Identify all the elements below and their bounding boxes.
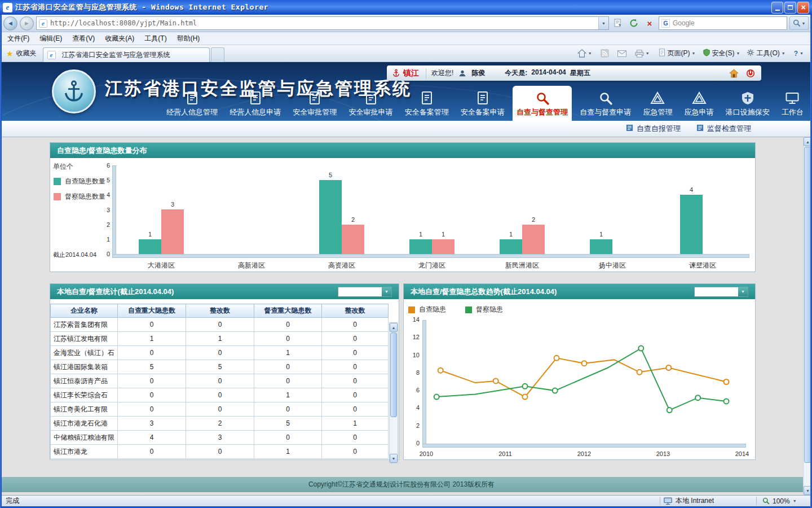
search-input[interactable]: Google [673, 19, 695, 27]
distribution-panel: 自查隐患/督查隐患数量分布 单位个 自查隐患数量督察隐患数量 截止2014.04… [50, 142, 756, 272]
nav-item-safety-approval-apply[interactable]: 安全审批申请 [345, 89, 397, 121]
stop-button[interactable]: × [643, 16, 656, 30]
enterprise-name-cell: 江苏索普集团有限 [51, 318, 118, 332]
back-button[interactable]: ◄ [3, 16, 17, 30]
table-scrollbar[interactable]: ▲ ▼ [389, 322, 398, 463]
bar-group-3: 52 [297, 180, 387, 254]
port-authority-logo-icon [52, 69, 96, 113]
chevron-down-icon: ▼ [802, 21, 806, 25]
stats-table-row[interactable]: 江苏镇江发电有限1100 [51, 332, 389, 346]
zoom-control[interactable]: 100% ▼ [760, 497, 812, 505]
trend-filter-dropdown[interactable]: ▼ [694, 287, 748, 297]
stats-table-row[interactable]: 镇江市港龙0010 [51, 445, 389, 459]
bar-ytick-label: 2 [107, 221, 110, 228]
stat-value-cell: 2 [186, 417, 254, 431]
logout-button[interactable] [745, 68, 756, 79]
maximize-button[interactable] [784, 2, 796, 14]
search-box[interactable]: G Google [659, 16, 787, 30]
menu-edit[interactable]: 编辑(E) [34, 32, 67, 45]
close-button[interactable]: × [797, 2, 809, 14]
table-scroll-thumb[interactable] [390, 332, 397, 417]
table-scroll-up-button[interactable]: ▲ [390, 323, 398, 332]
new-tab-button[interactable] [211, 47, 224, 62]
page-button[interactable]: 页面(P)▼ [655, 46, 699, 60]
city-selector[interactable]: 镇江 [392, 68, 426, 78]
help-button[interactable]: ? ▼ [791, 47, 807, 60]
bar-category-label: 龙门港区 [387, 261, 477, 270]
tab-title: 江苏省港口安全监管与应急管理系统 [62, 50, 170, 60]
nav-item-workbench[interactable]: 工作台 [778, 89, 807, 121]
toolbar-button-label: 安全(S) [712, 49, 735, 58]
trend-panel: 本地自查/督查隐患总数趋势(截止2014.04.04) ▼ 自查隐患督察隐患 0… [403, 283, 756, 460]
nav-item-label: 自查与督查管理 [517, 107, 568, 117]
operator-info-manage-icon [185, 91, 200, 106]
menu-view[interactable]: 查看(V) [67, 32, 100, 45]
nav-item-safety-filing-apply[interactable]: 安全备案申请 [457, 89, 509, 121]
compatibility-view-button[interactable] [611, 16, 625, 30]
stats-table-row[interactable]: 镇江市港龙石化港3251 [51, 417, 389, 431]
menu-file[interactable]: 文件(F) [2, 32, 34, 45]
ie-logo-icon: e [3, 3, 12, 12]
trend-filter-arrow-icon[interactable]: ▼ [738, 287, 748, 296]
stat-value-cell: 0 [254, 332, 322, 346]
bar-value-label: 2 [342, 216, 364, 223]
sub-nav: 自查自报管理监督检查管理 [0, 121, 812, 137]
minimize-button[interactable] [771, 2, 783, 14]
menu-help[interactable]: 帮助(H) [172, 32, 205, 45]
trend-xtick-label: 2010 [412, 450, 440, 457]
nav-item-self-inspection-apply[interactable]: 自查与督查申请 [576, 89, 635, 121]
stats-table-row[interactable]: 中储粮镇江粮油有限4300 [51, 431, 389, 445]
subnav-item-self-report-manage[interactable]: 自查自报管理 [626, 124, 681, 134]
stat-value-cell: 1 [254, 388, 322, 402]
star-icon: ★ [6, 49, 14, 58]
home-page-button[interactable] [728, 68, 740, 79]
stats-table-row[interactable]: 江苏索普集团有限0000 [51, 318, 389, 332]
stats-table-row[interactable]: 金海宏业（镇江）石0010 [51, 346, 389, 360]
trend-xtick-label: 2011 [491, 450, 519, 457]
supervise-swatch [54, 193, 61, 200]
safety-button[interactable]: 安全(S)▼ [699, 46, 744, 60]
nav-item-operator-info-manage[interactable]: 经营人信息管理 [162, 89, 222, 121]
menu-tools[interactable]: 工具(T) [139, 32, 171, 45]
bar-category-label: 高资港区 [297, 261, 387, 270]
stat-value-cell: 5 [186, 360, 254, 374]
table-scroll-down-button[interactable]: ▼ [390, 454, 398, 463]
forward-button[interactable]: ► [20, 16, 34, 30]
tools-button[interactable]: 工具(O)▼ [743, 46, 788, 60]
nav-item-safety-filing-manage[interactable]: 安全备案管理 [401, 89, 453, 121]
emergency-apply-icon [692, 91, 707, 106]
stats-table-row[interactable]: 镇江李长荣综合石0010 [51, 388, 389, 402]
subnav-item-supervision-check-manage[interactable]: 监督检查管理 [696, 124, 751, 134]
emergency-manage-icon [650, 91, 665, 106]
nav-item-self-inspection-manage[interactable]: 自查与督查管理 [513, 86, 572, 121]
stats-filter-arrow-icon[interactable]: ▼ [382, 287, 391, 296]
nav-item-emergency-manage[interactable]: 应急管理 [639, 89, 676, 121]
print-button[interactable]: ▼ [632, 47, 653, 60]
stats-table-row[interactable]: 镇江港国际集装箱5500 [51, 360, 389, 374]
feeds-button[interactable] [597, 47, 612, 60]
stats-filter-dropdown[interactable]: ▼ [338, 287, 392, 297]
menu-favorites[interactable]: 收藏夹(A) [100, 32, 139, 45]
refresh-button[interactable] [627, 16, 641, 30]
stat-value-cell: 0 [322, 388, 389, 402]
trend-panel-title: 本地自查/督查隐患总数趋势(截止2014.04.04) [411, 287, 557, 297]
self-check-bar: 1 [590, 239, 612, 254]
address-input[interactable]: http://localhost:8080/yjpt/Main.html [50, 19, 598, 27]
nav-item-label: 安全备案申请 [461, 107, 505, 117]
nav-item-port-facility-security[interactable]: 港口设施保安 [722, 89, 774, 121]
favorites-button[interactable]: ★ 收藏夹 [0, 49, 43, 58]
stats-table-row[interactable]: 镇江奇美化工有限0000 [51, 402, 389, 417]
stat-value-cell: 0 [186, 346, 254, 360]
browser-tab[interactable]: e 江苏省港口安全监管与应急管理系统 [43, 47, 210, 62]
address-field[interactable]: e http://localhost:8080/yjpt/Main.html ▼ [36, 16, 609, 30]
stats-table-row[interactable]: 镇江恒泰沥青产品0000 [51, 374, 389, 388]
nav-item-emergency-apply[interactable]: 应急申请 [681, 89, 718, 121]
read-mail-button[interactable] [614, 48, 630, 59]
nav-item-operator-info-apply[interactable]: 经营人信息申请 [226, 89, 285, 121]
nav-item-safety-approval-manage[interactable]: 安全审批管理 [289, 89, 341, 121]
address-dropdown-button[interactable]: ▼ [598, 17, 608, 29]
bar-value-label: 1 [500, 231, 522, 238]
distribution-panel-header: 自查隐患/督查隐患数量分布 [50, 143, 755, 158]
home-button[interactable]: ▼ [574, 47, 595, 60]
search-button[interactable]: ▼ [789, 16, 809, 30]
